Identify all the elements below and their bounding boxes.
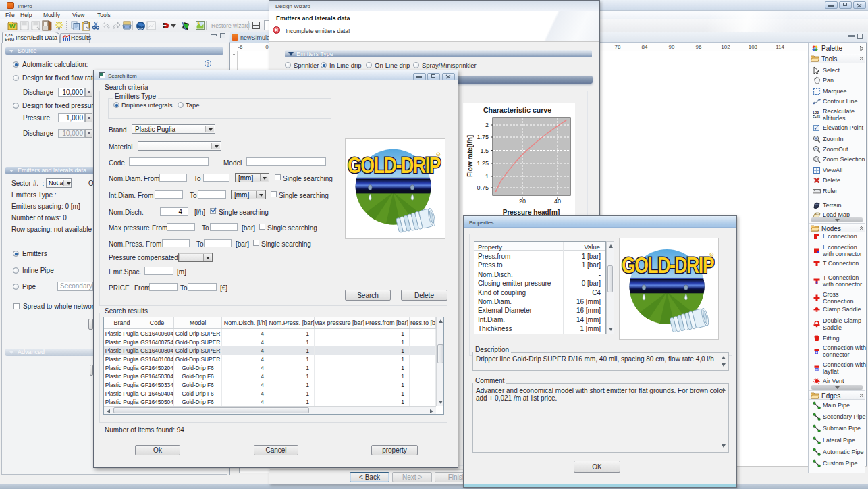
svg-text:1.25: 1.25: [477, 160, 489, 167]
svg-text:1.5: 1.5: [480, 147, 489, 154]
svg-text:E+03: E+03: [813, 115, 820, 119]
svg-text:2: 2: [485, 122, 489, 128]
svg-text:1,23: 1,23: [813, 111, 819, 115]
svg-text:1: 1: [485, 173, 489, 180]
svg-text:R: R: [437, 153, 439, 157]
svg-text:Flow rate[l/h]: Flow rate[l/h]: [466, 135, 474, 177]
svg-text:R: R: [711, 253, 713, 257]
svg-text:40: 40: [554, 198, 561, 205]
svg-text:1.75: 1.75: [477, 134, 489, 140]
svg-text:W: W: [9, 23, 16, 30]
svg-text:GOLD-DRIP: GOLD-DRIP: [348, 152, 441, 178]
svg-text:20: 20: [519, 198, 526, 205]
svg-text:GOLD-DRIP: GOLD-DRIP: [622, 253, 714, 278]
svg-text:0.75: 0.75: [477, 184, 489, 191]
